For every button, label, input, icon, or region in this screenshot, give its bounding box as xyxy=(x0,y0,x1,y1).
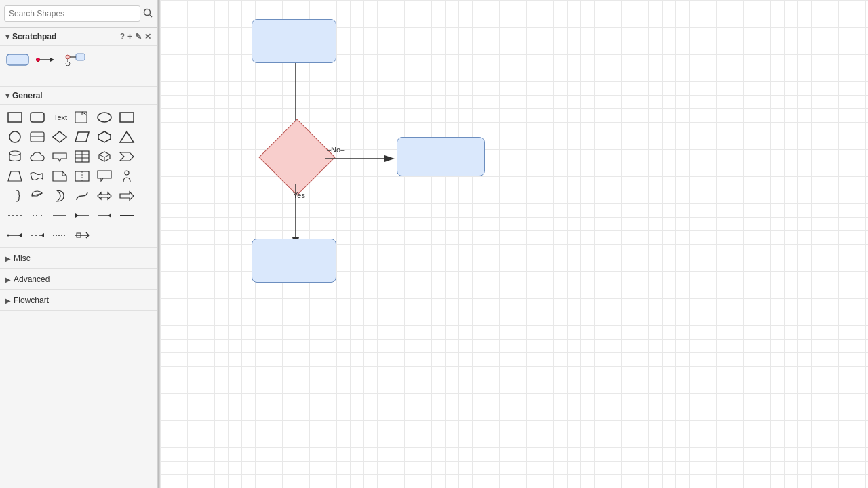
misc-label: Misc xyxy=(14,253,31,263)
shape-callout[interactable] xyxy=(94,167,115,186)
scratch-item-arrow-dots[interactable] xyxy=(34,50,58,69)
flow-box-3[interactable] xyxy=(252,239,336,283)
search-bar xyxy=(0,0,157,28)
shape-banner[interactable] xyxy=(49,147,71,166)
shape-arrow-right[interactable] xyxy=(116,186,138,205)
svg-marker-53 xyxy=(108,214,111,218)
advanced-section-header[interactable]: ▶ Advanced xyxy=(0,269,157,290)
svg-marker-45 xyxy=(98,192,111,199)
shape-triangle[interactable] xyxy=(116,127,138,146)
shape-connector3[interactable] xyxy=(26,226,48,245)
svg-marker-51 xyxy=(75,214,79,218)
shape-cube[interactable] xyxy=(94,147,115,166)
advanced-caret: ▶ xyxy=(5,276,11,283)
svg-rect-14 xyxy=(75,112,87,123)
svg-rect-21 xyxy=(31,132,44,142)
general-section-header[interactable]: ▾ General xyxy=(0,87,157,105)
svg-marker-38 xyxy=(120,152,134,161)
svg-marker-59 xyxy=(41,233,44,237)
search-input[interactable] xyxy=(4,5,140,22)
shape-cylinder[interactable] xyxy=(4,147,26,166)
shape-diamond[interactable] xyxy=(49,127,71,146)
shape-rect-rounded-sm[interactable] xyxy=(26,108,48,127)
shape-wave[interactable] xyxy=(26,167,48,186)
shape-cloud[interactable] xyxy=(26,147,48,166)
shape-connector4[interactable] xyxy=(49,226,71,245)
scratch-item-connector-box[interactable] xyxy=(62,50,87,69)
shape-connector1[interactable] xyxy=(116,206,138,225)
flow-box-1[interactable] xyxy=(252,19,336,63)
shape-hexagon[interactable] xyxy=(94,127,115,146)
shape-text[interactable]: Text xyxy=(49,108,71,127)
shape-parallelogram[interactable] xyxy=(71,127,93,146)
shape-rect-label[interactable] xyxy=(26,127,48,146)
shape-connector5[interactable] xyxy=(71,226,93,245)
shape-step[interactable] xyxy=(116,147,138,166)
shape-document[interactable] xyxy=(49,167,71,186)
svg-line-1 xyxy=(150,14,153,17)
canvas[interactable]: –No– Yes xyxy=(160,0,868,488)
svg-rect-2 xyxy=(7,54,28,65)
shape-line-arrow-right2[interactable] xyxy=(94,206,115,225)
general-label: General xyxy=(12,91,43,100)
scratchpad-edit[interactable]: ✎ xyxy=(135,32,142,41)
shape-rect2[interactable] xyxy=(116,108,138,127)
svg-point-0 xyxy=(144,9,151,15)
shape-circle[interactable] xyxy=(4,127,26,146)
search-button[interactable] xyxy=(143,8,153,20)
svg-point-20 xyxy=(9,131,20,142)
shape-double-arrow[interactable] xyxy=(94,186,115,205)
shape-s-curve[interactable] xyxy=(71,186,93,205)
shape-connector2[interactable] xyxy=(4,226,26,245)
sidebar: ▾ Scratchpad ? + ✎ ✕ xyxy=(0,0,157,488)
svg-point-57 xyxy=(7,235,9,237)
svg-line-35 xyxy=(99,155,104,157)
svg-marker-24 xyxy=(75,132,89,142)
general-caret: ▾ xyxy=(5,91,9,100)
shape-table[interactable] xyxy=(71,147,93,166)
shape-ellipse[interactable] xyxy=(94,108,115,127)
scratch-item-rounded-rect[interactable] xyxy=(5,50,30,69)
svg-marker-39 xyxy=(8,171,22,181)
svg-point-9 xyxy=(66,62,70,66)
svg-marker-46 xyxy=(120,192,134,200)
svg-point-18 xyxy=(98,113,111,122)
advanced-label: Advanced xyxy=(14,274,50,284)
svg-rect-12 xyxy=(31,113,44,122)
svg-point-3 xyxy=(37,58,40,62)
svg-rect-19 xyxy=(120,113,134,122)
svg-marker-5 xyxy=(50,58,54,62)
svg-point-7 xyxy=(66,55,70,59)
shape-line-dashed1[interactable] xyxy=(4,206,26,225)
svg-line-15 xyxy=(82,112,87,115)
shape-line-arrow-left[interactable] xyxy=(71,206,93,225)
shape-person[interactable] xyxy=(116,167,138,186)
svg-marker-25 xyxy=(98,131,111,142)
svg-point-44 xyxy=(125,171,129,175)
shape-partial-circle[interactable] xyxy=(26,186,48,205)
shape-note[interactable] xyxy=(71,108,93,127)
svg-rect-42 xyxy=(75,171,89,181)
scratchpad-add[interactable]: + xyxy=(127,32,132,41)
svg-point-27 xyxy=(9,151,20,155)
scratchpad-close[interactable]: ✕ xyxy=(144,32,151,41)
misc-section-header[interactable]: ▶ Misc xyxy=(0,248,157,269)
svg-rect-11 xyxy=(8,113,22,122)
flowchart-caret: ▶ xyxy=(5,297,11,304)
shape-line-solid[interactable] xyxy=(49,206,71,225)
arrow-no xyxy=(326,152,400,165)
svg-marker-56 xyxy=(18,233,22,237)
flowchart-section-header[interactable]: ▶ Flowchart xyxy=(0,290,157,311)
flow-box-2[interactable] xyxy=(397,137,485,176)
shape-rect[interactable] xyxy=(4,108,26,127)
shape-trapezoid[interactable] xyxy=(4,167,26,186)
shape-folded[interactable] xyxy=(71,167,93,186)
scratchpad-header[interactable]: ▾ Scratchpad ? + ✎ ✕ xyxy=(0,28,157,46)
shape-line-dashed2[interactable] xyxy=(26,206,48,225)
scratchpad-help[interactable]: ? xyxy=(120,32,125,41)
svg-line-36 xyxy=(104,155,110,157)
svg-text:Text: Text xyxy=(54,113,67,121)
svg-marker-26 xyxy=(120,131,134,142)
shape-crescent[interactable] xyxy=(49,186,71,205)
shape-brace[interactable] xyxy=(4,186,26,205)
